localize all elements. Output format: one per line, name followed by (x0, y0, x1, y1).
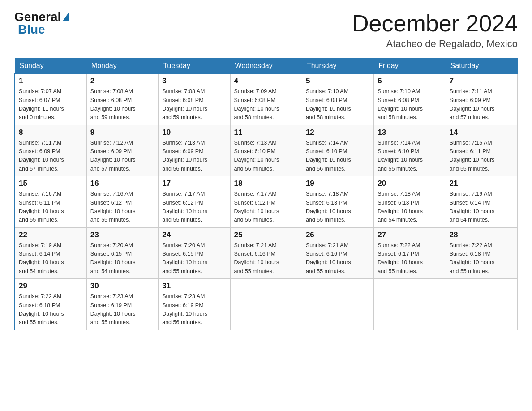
calendar-cell: 3Sunrise: 7:08 AM Sunset: 6:08 PM Daylig… (159, 74, 230, 125)
page-header: General Blue December 2024 Atacheo de Re… (14, 11, 518, 50)
logo: General Blue (14, 11, 69, 36)
day-info: Sunrise: 7:14 AM Sunset: 6:10 PM Dayligh… (306, 139, 370, 174)
calendar-cell: 28Sunrise: 7:22 AM Sunset: 6:18 PM Dayli… (446, 227, 517, 279)
day-number: 18 (234, 179, 298, 188)
day-number: 17 (162, 179, 226, 188)
day-info: Sunrise: 7:23 AM Sunset: 6:19 PM Dayligh… (162, 292, 226, 327)
calendar-cell (446, 279, 517, 330)
day-info: Sunrise: 7:21 AM Sunset: 6:16 PM Dayligh… (234, 241, 298, 276)
day-info: Sunrise: 7:10 AM Sunset: 6:08 PM Dayligh… (378, 87, 442, 122)
calendar-table: SundayMondayTuesdayWednesdayThursdayFrid… (14, 58, 518, 330)
day-number: 30 (90, 282, 154, 291)
day-info: Sunrise: 7:11 AM Sunset: 6:09 PM Dayligh… (19, 139, 83, 174)
day-info: Sunrise: 7:13 AM Sunset: 6:09 PM Dayligh… (162, 139, 226, 174)
day-number: 28 (450, 231, 514, 240)
day-number: 25 (234, 231, 298, 240)
day-number: 2 (90, 77, 154, 86)
day-info: Sunrise: 7:21 AM Sunset: 6:16 PM Dayligh… (306, 241, 370, 276)
calendar-cell: 29Sunrise: 7:22 AM Sunset: 6:18 PM Dayli… (15, 279, 86, 330)
weekday-header-monday: Monday (86, 58, 158, 74)
weekday-header-thursday: Thursday (302, 58, 373, 74)
day-number: 29 (19, 282, 83, 291)
calendar-cell: 26Sunrise: 7:21 AM Sunset: 6:16 PM Dayli… (302, 227, 373, 279)
calendar-cell: 23Sunrise: 7:20 AM Sunset: 6:15 PM Dayli… (86, 227, 158, 279)
weekday-header-sunday: Sunday (15, 58, 86, 74)
title-block: December 2024 Atacheo de Regalado, Mexic… (352, 11, 518, 50)
calendar-cell: 10Sunrise: 7:13 AM Sunset: 6:09 PM Dayli… (159, 125, 230, 176)
calendar-cell: 9Sunrise: 7:12 AM Sunset: 6:09 PM Daylig… (86, 125, 158, 176)
calendar-week-row: 1Sunrise: 7:07 AM Sunset: 6:07 PM Daylig… (15, 74, 518, 125)
weekday-header-wednesday: Wednesday (230, 58, 302, 74)
day-info: Sunrise: 7:10 AM Sunset: 6:08 PM Dayligh… (306, 87, 370, 122)
day-number: 5 (306, 77, 370, 86)
day-info: Sunrise: 7:16 AM Sunset: 6:12 PM Dayligh… (90, 190, 154, 225)
weekday-header-tuesday: Tuesday (159, 58, 230, 74)
calendar-cell: 22Sunrise: 7:19 AM Sunset: 6:14 PM Dayli… (15, 227, 86, 279)
day-number: 9 (90, 128, 154, 137)
calendar-cell: 12Sunrise: 7:14 AM Sunset: 6:10 PM Dayli… (302, 125, 373, 176)
calendar-cell: 7Sunrise: 7:11 AM Sunset: 6:09 PM Daylig… (446, 74, 517, 125)
day-info: Sunrise: 7:18 AM Sunset: 6:13 PM Dayligh… (306, 190, 370, 225)
weekday-header-row: SundayMondayTuesdayWednesdayThursdayFrid… (15, 58, 518, 74)
day-number: 12 (306, 128, 370, 137)
calendar-cell: 21Sunrise: 7:19 AM Sunset: 6:14 PM Dayli… (446, 176, 517, 228)
day-number: 8 (19, 128, 83, 137)
day-number: 27 (378, 231, 442, 240)
day-info: Sunrise: 7:22 AM Sunset: 6:17 PM Dayligh… (378, 241, 442, 276)
day-number: 10 (162, 128, 226, 137)
day-number: 11 (234, 128, 298, 137)
day-number: 4 (234, 77, 298, 86)
weekday-header-friday: Friday (374, 58, 446, 74)
day-info: Sunrise: 7:18 AM Sunset: 6:13 PM Dayligh… (378, 190, 442, 225)
day-info: Sunrise: 7:17 AM Sunset: 6:12 PM Dayligh… (162, 190, 226, 225)
day-info: Sunrise: 7:20 AM Sunset: 6:15 PM Dayligh… (162, 241, 226, 276)
weekday-header-saturday: Saturday (446, 58, 517, 74)
day-number: 26 (306, 231, 370, 240)
calendar-cell: 13Sunrise: 7:14 AM Sunset: 6:10 PM Dayli… (374, 125, 446, 176)
calendar-cell: 11Sunrise: 7:13 AM Sunset: 6:10 PM Dayli… (230, 125, 302, 176)
day-info: Sunrise: 7:20 AM Sunset: 6:15 PM Dayligh… (90, 241, 154, 276)
day-number: 23 (90, 231, 154, 240)
calendar-cell: 15Sunrise: 7:16 AM Sunset: 6:11 PM Dayli… (15, 176, 86, 228)
calendar-cell: 18Sunrise: 7:17 AM Sunset: 6:12 PM Dayli… (230, 176, 302, 228)
day-info: Sunrise: 7:08 AM Sunset: 6:08 PM Dayligh… (162, 87, 226, 122)
calendar-cell: 30Sunrise: 7:23 AM Sunset: 6:19 PM Dayli… (86, 279, 158, 330)
day-number: 19 (306, 179, 370, 188)
calendar-cell: 5Sunrise: 7:10 AM Sunset: 6:08 PM Daylig… (302, 74, 373, 125)
calendar-cell: 19Sunrise: 7:18 AM Sunset: 6:13 PM Dayli… (302, 176, 373, 228)
day-info: Sunrise: 7:09 AM Sunset: 6:08 PM Dayligh… (234, 87, 298, 122)
day-number: 15 (19, 179, 83, 188)
day-number: 22 (19, 231, 83, 240)
day-info: Sunrise: 7:14 AM Sunset: 6:10 PM Dayligh… (378, 139, 442, 174)
calendar-cell: 6Sunrise: 7:10 AM Sunset: 6:08 PM Daylig… (374, 74, 446, 125)
calendar-week-row: 15Sunrise: 7:16 AM Sunset: 6:11 PM Dayli… (15, 176, 518, 228)
day-info: Sunrise: 7:19 AM Sunset: 6:14 PM Dayligh… (19, 241, 83, 276)
day-info: Sunrise: 7:07 AM Sunset: 6:07 PM Dayligh… (19, 87, 83, 122)
calendar-cell: 8Sunrise: 7:11 AM Sunset: 6:09 PM Daylig… (15, 125, 86, 176)
calendar-cell: 16Sunrise: 7:16 AM Sunset: 6:12 PM Dayli… (86, 176, 158, 228)
calendar-cell: 25Sunrise: 7:21 AM Sunset: 6:16 PM Dayli… (230, 227, 302, 279)
calendar-subtitle: Atacheo de Regalado, Mexico (352, 38, 518, 50)
day-number: 24 (162, 231, 226, 240)
calendar-cell: 31Sunrise: 7:23 AM Sunset: 6:19 PM Dayli… (159, 279, 230, 330)
calendar-week-row: 22Sunrise: 7:19 AM Sunset: 6:14 PM Dayli… (15, 227, 518, 279)
day-info: Sunrise: 7:16 AM Sunset: 6:11 PM Dayligh… (19, 190, 83, 225)
calendar-cell: 17Sunrise: 7:17 AM Sunset: 6:12 PM Dayli… (159, 176, 230, 228)
day-info: Sunrise: 7:17 AM Sunset: 6:12 PM Dayligh… (234, 190, 298, 225)
calendar-cell: 20Sunrise: 7:18 AM Sunset: 6:13 PM Dayli… (374, 176, 446, 228)
day-number: 16 (90, 179, 154, 188)
day-number: 14 (450, 128, 514, 137)
day-number: 6 (378, 77, 442, 86)
day-info: Sunrise: 7:19 AM Sunset: 6:14 PM Dayligh… (450, 190, 514, 225)
logo-triangle-icon (63, 12, 69, 21)
calendar-cell: 4Sunrise: 7:09 AM Sunset: 6:08 PM Daylig… (230, 74, 302, 125)
calendar-cell: 24Sunrise: 7:20 AM Sunset: 6:15 PM Dayli… (159, 227, 230, 279)
day-number: 31 (162, 282, 226, 291)
day-number: 7 (450, 77, 514, 86)
day-info: Sunrise: 7:22 AM Sunset: 6:18 PM Dayligh… (19, 292, 83, 327)
calendar-week-row: 8Sunrise: 7:11 AM Sunset: 6:09 PM Daylig… (15, 125, 518, 176)
calendar-cell (230, 279, 302, 330)
calendar-cell: 14Sunrise: 7:15 AM Sunset: 6:11 PM Dayli… (446, 125, 517, 176)
day-info: Sunrise: 7:12 AM Sunset: 6:09 PM Dayligh… (90, 139, 154, 174)
day-info: Sunrise: 7:15 AM Sunset: 6:11 PM Dayligh… (450, 139, 514, 174)
